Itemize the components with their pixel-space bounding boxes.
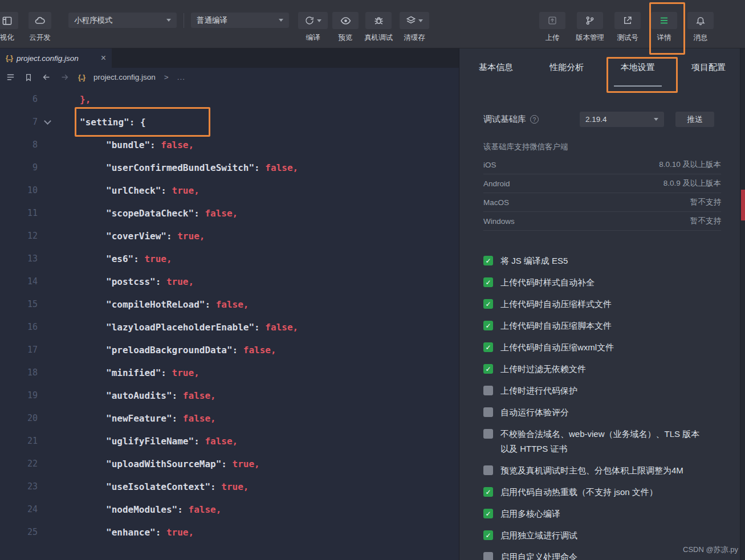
panel-tab-project-config[interactable]: 项目配置 xyxy=(689,48,728,87)
fold-chevron-icon[interactable] xyxy=(38,121,57,124)
push-button[interactable]: 推送 xyxy=(675,112,714,127)
code-text: "preloadBackgroundData": false, xyxy=(57,345,276,355)
code-text: "scopeDataCheck": false, xyxy=(57,208,238,219)
code-line-22[interactable]: 22"uploadWithSourceMap": true, xyxy=(0,452,459,475)
compile-mode-dropdown[interactable]: 普通编译 xyxy=(191,13,289,28)
help-icon[interactable]: ? xyxy=(530,115,539,124)
upload-button[interactable]: 上传 xyxy=(539,12,565,43)
code-line-13[interactable]: 13"es6": true, xyxy=(0,247,459,270)
checkbox-checked-icon[interactable]: ✓ xyxy=(483,277,493,287)
setting-row-9[interactable]: 预览及真机调试时主包、分包体积上限调整为4M xyxy=(483,463,721,478)
code-line-19[interactable]: 19"autoAudits": false, xyxy=(0,384,459,407)
setting-row-0[interactable]: ✓将 JS 编译成 ES5 xyxy=(483,254,721,268)
eye-icon xyxy=(332,12,359,29)
outline-list-icon[interactable] xyxy=(6,72,15,82)
forward-arrow-icon[interactable] xyxy=(60,72,70,82)
code-line-20[interactable]: 20"newFeature": false, xyxy=(0,407,459,430)
checkbox-unchecked-icon[interactable] xyxy=(483,386,493,395)
debug-library-label: 调试基础库 ? xyxy=(483,114,539,125)
code-line-18[interactable]: 18"minified": true, xyxy=(0,361,459,384)
chevron-down-icon xyxy=(317,19,321,22)
device-debug-button[interactable]: 真机调试 xyxy=(364,12,393,43)
setting-label: 上传代码时自动压缩脚本文件 xyxy=(500,318,612,333)
code-line-9[interactable]: 9"userConfirmedBundleSwitch": false, xyxy=(0,156,459,179)
code-line-7[interactable]: 7"setting": { xyxy=(0,111,459,133)
checkbox-unchecked-icon[interactable] xyxy=(483,465,493,475)
code-line-25[interactable]: 25"enhance": true, xyxy=(0,521,459,543)
checkbox-unchecked-icon[interactable] xyxy=(483,552,493,560)
checkbox-checked-icon[interactable]: ✓ xyxy=(483,342,493,352)
checkbox-unchecked-icon[interactable] xyxy=(483,407,493,417)
checkbox-checked-icon[interactable]: ✓ xyxy=(483,321,493,330)
line-number: 16 xyxy=(0,322,38,332)
messages-button[interactable]: 消息 xyxy=(687,12,714,43)
breadcrumb-more[interactable]: ... xyxy=(177,73,185,81)
checkbox-unchecked-icon[interactable] xyxy=(483,429,493,439)
setting-row-11[interactable]: ✓启用多核心编译 xyxy=(483,506,721,521)
chevron-down-icon xyxy=(166,19,171,22)
code-line-8[interactable]: 8"bundle": false, xyxy=(0,133,459,156)
code-line-12[interactable]: 12"coverView": true, xyxy=(0,224,459,247)
checkbox-checked-icon[interactable]: ✓ xyxy=(483,487,493,497)
code-line-10[interactable]: 10"urlCheck": true, xyxy=(0,179,459,202)
panel-tab-basic-info[interactable]: 基本信息 xyxy=(477,48,515,87)
setting-row-5[interactable]: ✓上传时过滤无依赖文件 xyxy=(483,362,721,377)
code-line-21[interactable]: 21"uglifyFileName": false, xyxy=(0,430,459,452)
code-line-24[interactable]: 24"nodeModules": false, xyxy=(0,498,459,521)
code-text: "uglifyFileName": false, xyxy=(57,436,238,447)
setting-row-7[interactable]: 自动运行体验评分 xyxy=(483,405,721,420)
setting-row-2[interactable]: ✓上传代码时自动压缩样式文件 xyxy=(483,297,721,312)
code-text: "nodeModules": false, xyxy=(57,504,221,515)
checkbox-checked-icon[interactable]: ✓ xyxy=(483,299,493,309)
setting-row-6[interactable]: 上传时进行代码保护 xyxy=(483,383,721,398)
code-line-17[interactable]: 17"preloadBackgroundData": false, xyxy=(0,338,459,361)
code-line-6[interactable]: 6}, xyxy=(0,88,459,111)
details-button[interactable]: 详情 xyxy=(651,12,677,43)
setting-row-4[interactable]: ✓上传代码时自动压缩wxml文件 xyxy=(483,340,721,355)
version-manage-button[interactable]: 版本管理 xyxy=(576,12,604,43)
breadcrumb-file[interactable]: project.config.json xyxy=(93,73,156,81)
setting-row-1[interactable]: ✓上传代码时样式自动补全 xyxy=(483,275,721,290)
line-number: 18 xyxy=(0,367,38,378)
compile-button[interactable]: 编译 xyxy=(298,12,328,43)
code-line-15[interactable]: 15"compileHotReLoad": false, xyxy=(0,293,459,316)
code-line-14[interactable]: 14"postcss": true, xyxy=(0,270,459,293)
top-toolbar: 视化 云开发 小程序模式 普通编译 编译 xyxy=(0,0,745,48)
setting-row-8[interactable]: 不校验合法域名、web-view（业务域名）、TLS 版本以及 HTTPS 证书 xyxy=(483,427,721,456)
checkbox-checked-icon[interactable]: ✓ xyxy=(483,509,493,518)
code-line-16[interactable]: 16"lazyloadPlaceholderEnable": false, xyxy=(0,316,459,338)
setting-row-10[interactable]: ✓启用代码自动热重载（不支持 json 文件） xyxy=(483,485,721,500)
code-line-11[interactable]: 11"scopeDataCheck": false, xyxy=(0,202,459,224)
checkbox-checked-icon[interactable]: ✓ xyxy=(483,364,493,374)
checkbox-checked-icon[interactable]: ✓ xyxy=(483,530,493,540)
cloud-dev-button[interactable]: 云开发 xyxy=(29,12,51,43)
code-text: "compileHotReLoad": false, xyxy=(57,299,249,310)
watermark: CSDN @苏凉.py xyxy=(683,545,738,555)
panel-tab-local-settings[interactable]: 本地设置 xyxy=(618,48,657,87)
clear-cache-button[interactable]: 清缓存 xyxy=(400,12,429,43)
line-number: 22 xyxy=(0,459,38,469)
bug-icon xyxy=(365,12,392,29)
code-editor: {..} project.config.json × {..} project.… xyxy=(0,48,459,560)
panel-tab-performance[interactable]: 性能分析 xyxy=(547,48,586,87)
back-arrow-icon[interactable] xyxy=(42,72,51,82)
library-version-select[interactable]: 2.19.4 xyxy=(580,112,664,127)
line-number: 23 xyxy=(0,481,38,492)
test-account-button[interactable]: 测试号 xyxy=(614,12,641,43)
toolbar-divider xyxy=(184,13,184,28)
json-file-icon: {..} xyxy=(6,54,13,62)
code-line-23[interactable]: 23"useIsolateContext": true, xyxy=(0,475,459,498)
close-tab-icon[interactable]: × xyxy=(101,54,106,63)
mode-dropdown[interactable]: 小程序模式 xyxy=(68,13,177,28)
panel-scrollbar[interactable] xyxy=(740,48,745,560)
tab-project-config-json[interactable]: {..} project.config.json × xyxy=(0,48,112,68)
preview-button[interactable]: 预览 xyxy=(332,12,359,43)
external-link-icon xyxy=(614,12,641,29)
visualization-button[interactable]: 视化 xyxy=(0,12,18,43)
code-area[interactable]: 6},7"setting": {8"bundle": false,9"userC… xyxy=(0,87,459,560)
setting-row-12[interactable]: ✓启用独立域进行调试 xyxy=(483,528,721,543)
checkbox-checked-icon[interactable]: ✓ xyxy=(483,256,493,265)
bookmark-icon[interactable] xyxy=(24,73,33,82)
setting-label: 上传时进行代码保护 xyxy=(500,383,577,398)
setting-row-3[interactable]: ✓上传代码时自动压缩脚本文件 xyxy=(483,318,721,333)
